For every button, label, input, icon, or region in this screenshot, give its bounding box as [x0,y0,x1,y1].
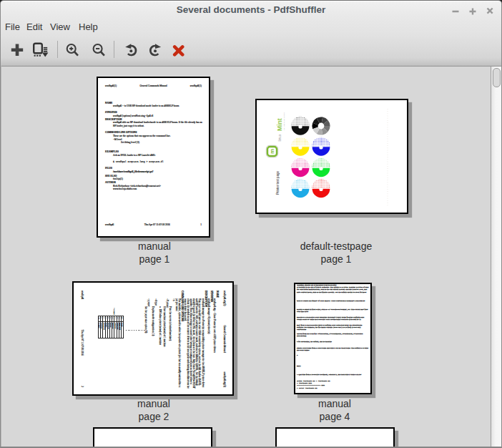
svg-text:Printer test page: Printer test page [276,170,280,195]
svg-text:from freedom came elegance: from freedom came elegance [283,112,285,131]
svg-text:linux: linux [278,134,282,141]
svg-text:Mint: Mint [276,118,283,131]
svg-text:m: m [269,149,275,154]
